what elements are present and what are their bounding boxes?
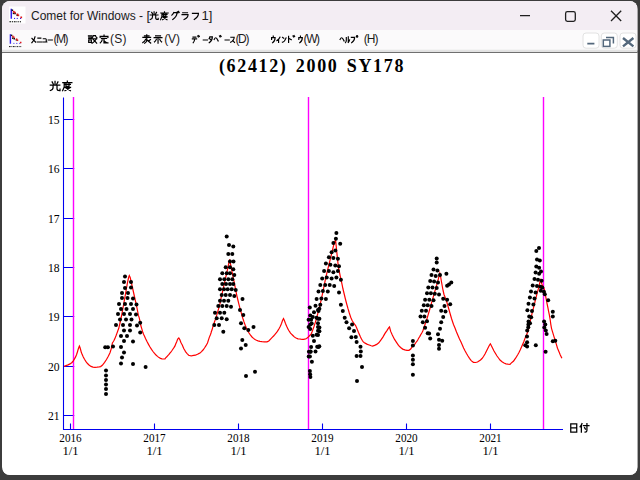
svg-text:(S): (S) — [110, 32, 127, 46]
svg-text:1]: 1] — [202, 8, 213, 23]
svg-text:1/1: 1/1 — [230, 443, 246, 458]
svg-text:18: 18 — [48, 260, 60, 275]
svg-text:1/1: 1/1 — [482, 443, 498, 458]
svg-text:(W): (W) — [304, 32, 320, 46]
svg-text:19: 19 — [48, 309, 60, 324]
svg-text:20: 20 — [48, 359, 60, 374]
svg-text:1/1: 1/1 — [314, 443, 330, 458]
svg-text:1/1: 1/1 — [62, 443, 78, 458]
svg-text:(V): (V) — [164, 32, 180, 46]
svg-text:17: 17 — [48, 211, 60, 226]
svg-text:(H): (H) — [364, 32, 379, 46]
svg-text:1/1: 1/1 — [398, 443, 414, 458]
svg-text:(62412) 2000 SY178: (62412) 2000 SY178 — [219, 56, 405, 77]
svg-text:(D): (D) — [235, 32, 249, 46]
svg-text:21: 21 — [48, 408, 60, 423]
svg-text:16: 16 — [48, 161, 60, 176]
svg-text:(M): (M) — [53, 32, 68, 46]
svg-text:[: [ — [147, 8, 151, 23]
svg-text:Comet for Windows -: Comet for Windows - — [31, 9, 143, 23]
svg-text:15: 15 — [48, 112, 60, 127]
svg-text:1/1: 1/1 — [146, 443, 162, 458]
